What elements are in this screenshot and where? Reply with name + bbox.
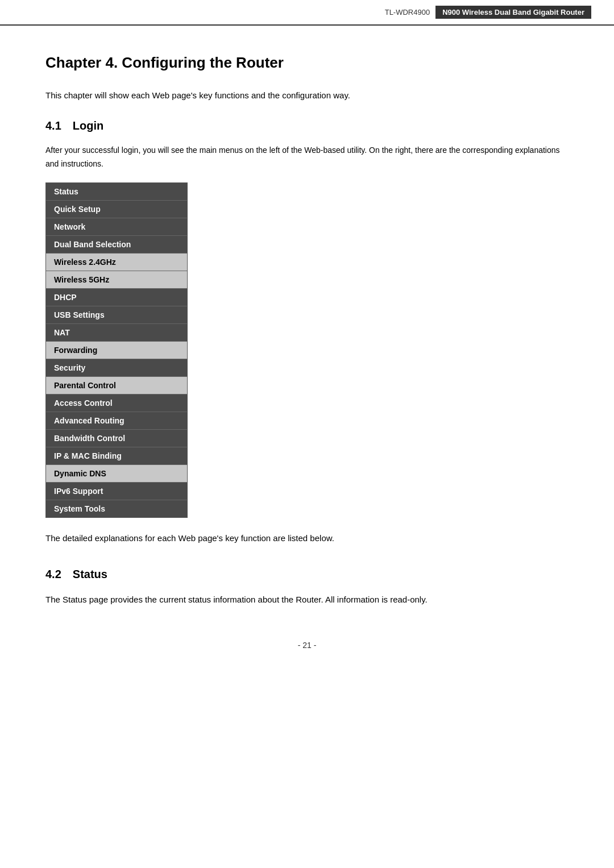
menu-item[interactable]: IPv6 Support [46,483,187,500]
chapter-intro: This chapter will show each Web page's k… [45,89,569,102]
menu-item[interactable]: Bandwidth Control [46,430,187,447]
menu-item[interactable]: Dynamic DNS [46,465,187,483]
menu-item[interactable]: Wireless 2.4GHz [46,254,187,271]
section-42-title: 4.2 Status [45,568,569,581]
menu-item[interactable]: Access Control [46,394,187,412]
menu-item[interactable]: Status [46,183,187,201]
page-content: Chapter 4. Configuring the Router This c… [0,26,614,684]
section-41: 4.1 Login After your successful login, y… [45,119,569,545]
menu-item[interactable]: Security [46,359,187,377]
chapter-title: Chapter 4. Configuring the Router [45,54,569,72]
menu-item[interactable]: Advanced Routing [46,412,187,430]
page-number: - 21 - [298,641,317,650]
section-42: 4.2 Status The Status page provides the … [45,568,569,607]
navigation-menu: StatusQuick SetupNetworkDual Band Select… [45,182,188,518]
section-42-label: Status [73,568,107,581]
menu-item[interactable]: DHCP [46,289,187,306]
menu-item[interactable]: Forwarding [46,342,187,359]
section-42-number: 4.2 [45,568,61,581]
section-42-text: The Status page provides the current sta… [45,592,569,607]
menu-item[interactable]: Network [46,218,187,236]
menu-item[interactable]: Wireless 5GHz [46,271,187,289]
router-title: N900 Wireless Dual Band Gigabit Router [435,6,591,19]
model-number: TL-WDR4900 [385,8,430,16]
menu-item[interactable]: Parental Control [46,377,187,394]
section-41-label: Login [73,119,103,132]
menu-item[interactable]: System Tools [46,500,187,517]
menu-item[interactable]: Quick Setup [46,201,187,218]
menu-item[interactable]: USB Settings [46,306,187,324]
menu-item[interactable]: Dual Band Selection [46,236,187,254]
section-41-title: 4.1 Login [45,119,569,132]
menu-item[interactable]: NAT [46,324,187,342]
after-menu-text: The detailed explanations for each Web p… [45,531,569,545]
section-41-text: After your successful login, you will se… [45,144,569,171]
section-41-number: 4.1 [45,119,61,132]
page-header: TL-WDR4900 N900 Wireless Dual Band Gigab… [0,0,614,26]
page-footer: - 21 - [45,607,569,650]
menu-item[interactable]: IP & MAC Binding [46,447,187,465]
